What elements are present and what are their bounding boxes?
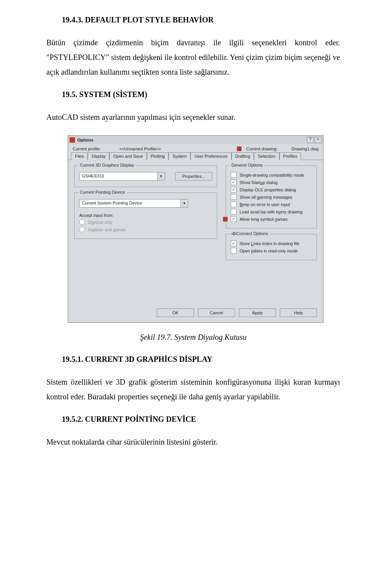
check-load-acadlsp[interactable]: Load acad.lsp with every drawing [231, 209, 312, 215]
drawing-icon [237, 147, 242, 151]
titlebar: Options ? × [68, 136, 323, 144]
driver-value: GSHEIDI10 [80, 172, 157, 180]
chevron-down-icon[interactable]: ▼ [180, 199, 188, 207]
heading-1943: 19.4.3. DEFAULT PLOT STYLE BEHAVİOR [62, 15, 340, 24]
properties-button[interactable]: Properties... [175, 172, 212, 181]
tab-display[interactable]: Display [88, 152, 109, 160]
tab-drafting[interactable]: Drafting [231, 152, 254, 160]
group-3d-display: Current 3D Graphics Display GSHEIDI10 ▼ … [74, 165, 217, 187]
help-button[interactable]: ? [307, 137, 314, 143]
tab-files[interactable]: Files [71, 152, 88, 160]
check-long-symbol[interactable]: Allow long symbol names [223, 216, 312, 222]
cancel-button[interactable]: Cancel [198, 308, 235, 317]
options-dialog: Options ? × Current profile: <<Unnamed P… [68, 135, 323, 323]
check-ole-props[interactable]: Display OLE properties dialog [231, 187, 312, 193]
drawing-label: Current drawing: [246, 147, 277, 151]
group-pointing: Current Pointing Device Current System P… [74, 193, 217, 239]
profile-label: Current profile: [73, 147, 101, 151]
heading-1952: 19.5.2. CURRENT POİNTİNG DEVİCE [62, 415, 340, 424]
apply-button[interactable]: Apply [239, 308, 276, 317]
para-1952: Mevcut noktalarda cihar sürücülerinin li… [46, 435, 340, 449]
group-general-legend: General Options [230, 163, 264, 167]
group-dbconnect: dbConnect Options Store Links index in d… [226, 234, 317, 260]
tab-plotting[interactable]: Plotting [147, 152, 169, 160]
driver-dropdown[interactable]: GSHEIDI10 ▼ [79, 172, 165, 181]
profile-row: Current profile: <<Unnamed Profile>> Cur… [68, 144, 323, 152]
close-button[interactable]: × [315, 137, 322, 143]
help-button[interactable]: Help [280, 308, 317, 317]
tab-system[interactable]: System [168, 152, 191, 160]
group-pointing-legend: Current Pointing Device [78, 190, 126, 194]
app-icon [70, 137, 75, 143]
group-3d-legend: Current 3D Graphics Display [78, 163, 136, 167]
ok-button[interactable]: OK [157, 308, 194, 317]
dialog-title: Options [77, 138, 94, 142]
check-show-startup[interactable]: Show Startup dialog [231, 179, 312, 185]
radio-digitizer-only: Digitizer only [79, 219, 212, 225]
check-show-warnings[interactable]: Show all warning messages [231, 194, 312, 200]
tab-selection[interactable]: Selection [254, 152, 279, 160]
check-single-drawing[interactable]: Single-drawing compatibility mode [231, 172, 312, 178]
dialog-footer: OK Cancel Apply Help [68, 306, 323, 322]
check-beep-error[interactable]: Beep on error in user input [231, 201, 312, 207]
drawing-icon [223, 217, 228, 222]
check-open-tables-ro[interactable]: Open tables in read-only mode [231, 248, 312, 254]
tab-profiles[interactable]: Profiles [279, 152, 301, 160]
tab-user-prefs[interactable]: User Preferences [191, 152, 231, 160]
para-1951: Sistem özellikleri ve 3D grafik gösterim… [46, 375, 340, 404]
group-general-options: General Options Single-drawing compatibi… [226, 165, 317, 228]
chevron-down-icon[interactable]: ▼ [157, 172, 165, 180]
tab-open-save[interactable]: Open and Save [109, 152, 146, 160]
tabs: Files Display Open and Save Plotting Sys… [68, 152, 323, 160]
para-1943: Bütün çizimde çizdirmenin biçim davranış… [46, 35, 340, 79]
check-store-links[interactable]: Store Links index in drawing file [231, 240, 312, 246]
heading-195: 19.5. SYSTEM (SİSTEM) [62, 90, 340, 99]
pointing-value: Current System Pointing Device [80, 199, 180, 207]
figure-caption: Şekil 19.7. System Diyalog Kutusu [46, 333, 340, 342]
profile-value: <<Unnamed Profile>> [119, 147, 161, 151]
heading-1951: 19.5.1. CURRENT 3D GRAPHİCS DİSPLAY [62, 355, 340, 364]
pointing-dropdown[interactable]: Current System Pointing Device ▼ [79, 199, 188, 208]
group-dbconnect-legend: dbConnect Options [230, 231, 269, 236]
radio-digitizer-mouse: Digitizer and mouse [79, 227, 212, 232]
accept-input-label: Accept input from: [79, 213, 212, 218]
drawing-value: Drawing1.dwg [291, 147, 318, 151]
para-195: AutoCAD sistem ayarlarının yapılması içi… [46, 110, 340, 124]
